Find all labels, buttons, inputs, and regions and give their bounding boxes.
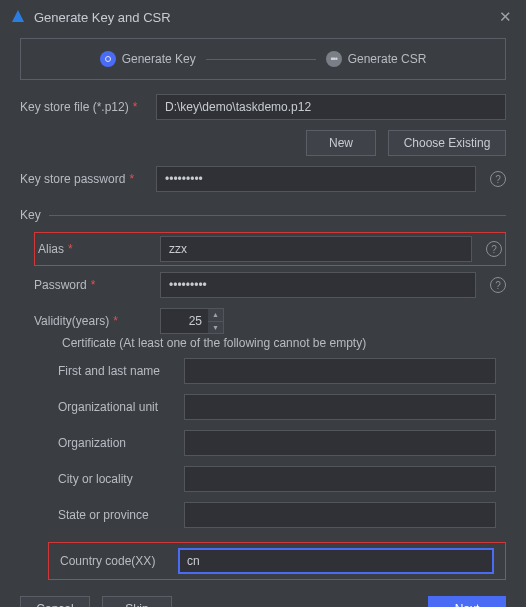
city-row: City or locality (58, 466, 496, 492)
next-button[interactable]: Next (428, 596, 506, 607)
step2-label: Generate CSR (348, 52, 427, 66)
key-password-input[interactable] (160, 272, 476, 298)
spinner-buttons: ▲ ▼ (208, 308, 224, 334)
validity-input[interactable] (160, 308, 208, 334)
validity-row: Validity(years)* ▲ ▼ (34, 308, 506, 334)
app-logo-icon (10, 9, 26, 25)
close-icon[interactable]: ✕ (495, 6, 516, 28)
divider (49, 215, 506, 216)
validity-label: Validity(years)* (34, 314, 154, 328)
key-section-header: Key (20, 208, 506, 222)
country-highlight: Country code(XX) (48, 542, 506, 580)
help-icon[interactable]: ? (490, 171, 506, 187)
spinner-down-icon[interactable]: ▼ (208, 322, 223, 334)
org-input[interactable] (184, 430, 496, 456)
country-label: Country code(XX) (60, 554, 168, 568)
step-active-icon (100, 51, 116, 67)
cancel-button[interactable]: Cancel (20, 596, 90, 607)
skip-button[interactable]: Skip (102, 596, 172, 607)
country-input[interactable] (178, 548, 494, 574)
validity-spinner: ▲ ▼ (160, 308, 224, 334)
key-section-label: Key (20, 208, 41, 222)
new-button[interactable]: New (306, 130, 376, 156)
keystore-password-label: Key store password* (20, 172, 150, 186)
stepper: Generate Key ••• Generate CSR (20, 38, 506, 80)
certificate-group: Certificate (At least one of the followi… (48, 344, 506, 540)
footer: Cancel Skip Next (20, 594, 506, 607)
alias-highlight: Alias* ? (34, 232, 506, 266)
certificate-legend: Certificate (At least one of the followi… (58, 336, 370, 350)
firstname-row: First and last name (58, 358, 496, 384)
org-row: Organization (58, 430, 496, 456)
step-generate-key: Generate Key (100, 51, 196, 67)
keystore-buttons: New Choose Existing (20, 130, 506, 156)
firstname-input[interactable] (184, 358, 496, 384)
key-password-label: Password* (34, 278, 154, 292)
step-generate-csr: ••• Generate CSR (326, 51, 427, 67)
state-input[interactable] (184, 502, 496, 528)
alias-row: Alias* ? (38, 236, 502, 262)
window-title: Generate Key and CSR (34, 10, 487, 25)
org-label: Organization (58, 436, 174, 450)
help-icon[interactable]: ? (486, 241, 502, 257)
city-input[interactable] (184, 466, 496, 492)
state-label: State or province (58, 508, 174, 522)
step-connector (206, 59, 316, 60)
keystore-file-input[interactable] (156, 94, 506, 120)
firstname-label: First and last name (58, 364, 174, 378)
keystore-file-row: Key store file (*.p12)* (20, 94, 506, 120)
dialog: Generate Key and CSR ✕ Generate Key ••• … (0, 0, 526, 607)
city-label: City or locality (58, 472, 174, 486)
help-icon[interactable]: ? (490, 277, 506, 293)
spinner-up-icon[interactable]: ▲ (208, 309, 223, 322)
keystore-password-row: Key store password* ? (20, 166, 506, 192)
content: Generate Key ••• Generate CSR Key store … (0, 34, 526, 607)
key-password-row: Password* ? (34, 272, 506, 298)
alias-label: Alias* (38, 242, 154, 256)
country-row: Country code(XX) (52, 546, 502, 576)
choose-existing-button[interactable]: Choose Existing (388, 130, 506, 156)
orgunit-label: Organizational unit (58, 400, 174, 414)
step-inactive-icon: ••• (326, 51, 342, 67)
titlebar: Generate Key and CSR ✕ (0, 0, 526, 34)
keystore-file-label: Key store file (*.p12)* (20, 100, 150, 114)
orgunit-input[interactable] (184, 394, 496, 420)
alias-input[interactable] (160, 236, 472, 262)
state-row: State or province (58, 502, 496, 528)
orgunit-row: Organizational unit (58, 394, 496, 420)
keystore-password-input[interactable] (156, 166, 476, 192)
step1-label: Generate Key (122, 52, 196, 66)
